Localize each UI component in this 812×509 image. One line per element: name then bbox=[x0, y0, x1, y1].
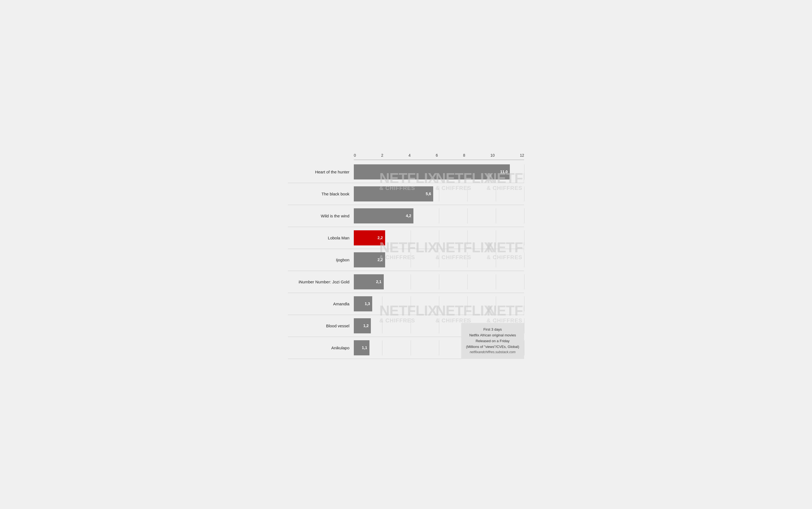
grid-line bbox=[524, 186, 524, 201]
bar-row: The black book5,6 bbox=[288, 183, 524, 205]
x-axis-line bbox=[354, 160, 524, 160]
legend-url: netflixandchiffres.substack.com bbox=[466, 349, 519, 355]
bar-fill: 11,0 bbox=[354, 164, 510, 179]
grid-line bbox=[382, 340, 382, 355]
bar-value: 1,1 bbox=[362, 345, 367, 350]
grid-line bbox=[524, 318, 524, 333]
x-axis-label: 4 bbox=[408, 153, 411, 158]
bar-fill: 1,1 bbox=[354, 340, 369, 355]
legend-box: First 3 days Netflix African original mo… bbox=[461, 323, 524, 359]
grid-line bbox=[524, 296, 524, 311]
grid-line bbox=[467, 208, 468, 224]
bar-label: iNumber Number: Jozi Gold bbox=[288, 279, 354, 284]
x-axis-label: 6 bbox=[436, 153, 438, 158]
bar-value: 2,2 bbox=[377, 236, 383, 240]
legend-line1: First 3 days bbox=[466, 327, 519, 333]
bar-label: Blood vessel bbox=[288, 324, 354, 328]
grid-line bbox=[439, 296, 439, 311]
grid-line bbox=[524, 340, 524, 355]
grid-line bbox=[496, 208, 496, 224]
grid-line bbox=[411, 230, 411, 245]
legend-line4: (Millions of "views"/CVEs, Global) bbox=[466, 344, 519, 350]
grid-line bbox=[524, 230, 524, 245]
grid-line bbox=[439, 230, 439, 245]
bar-fill: 2,1 bbox=[354, 274, 384, 290]
bar-fill: 2,2 bbox=[354, 230, 385, 245]
bar-track: 2,2 bbox=[354, 252, 524, 267]
grid-line bbox=[439, 340, 439, 355]
bar-row: iNumber Number: Jozi Gold2,1 bbox=[288, 271, 524, 293]
bar-value: 1,2 bbox=[363, 324, 369, 328]
bar-label: Wild is the wind bbox=[288, 213, 354, 218]
bar-track: 11,0 bbox=[354, 164, 524, 179]
x-axis: 024681012 bbox=[354, 153, 524, 158]
bar-fill: 5,6 bbox=[354, 186, 433, 201]
grid-line bbox=[467, 252, 468, 267]
grid-line bbox=[411, 252, 411, 267]
bar-label: Amandla bbox=[288, 302, 354, 306]
bar-row: Ijogbon2,2 bbox=[288, 249, 524, 271]
bar-fill: 1,3 bbox=[354, 296, 372, 311]
grid-line bbox=[496, 230, 496, 245]
x-axis-label: 0 bbox=[354, 153, 356, 158]
grid-line bbox=[439, 274, 439, 290]
bar-track: 1,3 bbox=[354, 296, 524, 311]
grid-line bbox=[411, 318, 411, 333]
legend-line2: Netflix African original movies bbox=[466, 333, 519, 338]
grid-line bbox=[496, 252, 496, 267]
bar-fill: 4,2 bbox=[354, 208, 413, 224]
chart-container: 024681012 Heart of the hunter11,0The bla… bbox=[283, 145, 529, 365]
bar-value: 5,6 bbox=[426, 192, 431, 196]
bar-label: Lobola Man bbox=[288, 236, 354, 240]
grid-line bbox=[467, 230, 468, 245]
grid-line bbox=[496, 186, 496, 201]
grid-line bbox=[439, 208, 439, 224]
bar-fill: 1,2 bbox=[354, 318, 371, 333]
bar-label: Ijogbon bbox=[288, 258, 354, 262]
grid-line bbox=[382, 318, 382, 333]
grid-line bbox=[467, 186, 468, 201]
bar-row: Amandla1,3 bbox=[288, 293, 524, 315]
grid-line bbox=[411, 296, 411, 311]
bar-label: The black book bbox=[288, 192, 354, 196]
bar-label: Anikulapo bbox=[288, 345, 354, 350]
x-axis-label: 10 bbox=[490, 153, 495, 158]
grid-line bbox=[411, 274, 411, 290]
bar-value: 2,2 bbox=[377, 258, 383, 262]
bar-fill: 2,2 bbox=[354, 252, 385, 267]
grid-line bbox=[439, 318, 439, 333]
bar-value: 11,0 bbox=[500, 170, 508, 174]
grid-lines bbox=[354, 296, 524, 311]
grid-line bbox=[467, 296, 468, 311]
bar-value: 2,1 bbox=[376, 279, 381, 284]
bar-track: 5,6 bbox=[354, 186, 524, 201]
bar-value: 4,2 bbox=[406, 213, 411, 218]
grid-line bbox=[439, 186, 439, 201]
grid-line bbox=[524, 274, 524, 290]
grid-line bbox=[496, 274, 496, 290]
bar-value: 1,3 bbox=[365, 302, 370, 306]
grid-line bbox=[467, 274, 468, 290]
grid-line bbox=[524, 208, 524, 224]
x-axis-label: 2 bbox=[381, 153, 383, 158]
legend-line3: Released on a Friday bbox=[466, 338, 519, 344]
grid-line bbox=[524, 252, 524, 267]
bar-row: Lobola Man2,2 bbox=[288, 227, 524, 249]
grid-line bbox=[439, 252, 439, 267]
bar-row: Heart of the hunter11,0 bbox=[288, 161, 524, 183]
x-axis-label: 12 bbox=[520, 153, 524, 158]
bar-track: 2,1 bbox=[354, 274, 524, 290]
x-axis-label: 8 bbox=[463, 153, 465, 158]
bar-row: Wild is the wind4,2 bbox=[288, 205, 524, 227]
bar-label: Heart of the hunter bbox=[288, 170, 354, 174]
grid-line bbox=[496, 296, 496, 311]
grid-line bbox=[524, 164, 524, 179]
bar-track: 2,2 bbox=[354, 230, 524, 245]
x-axis-labels: 024681012 bbox=[354, 153, 524, 158]
grid-line bbox=[411, 340, 411, 355]
bar-track: 4,2 bbox=[354, 208, 524, 224]
grid-line bbox=[382, 296, 382, 311]
